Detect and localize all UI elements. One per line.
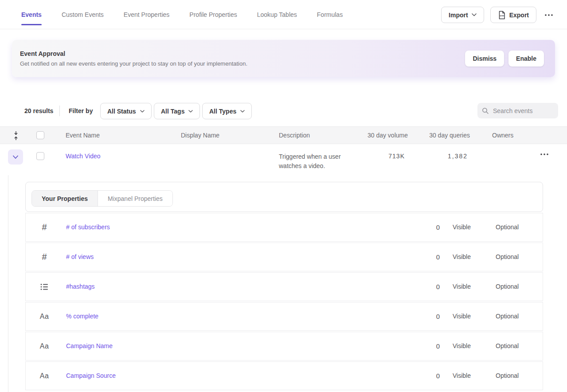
properties-tab-switcher: Your Properties Mixpanel Properties bbox=[31, 190, 173, 207]
chevron-down-icon bbox=[12, 155, 19, 159]
event-queries: 1,382 bbox=[448, 153, 468, 160]
property-visibility: Visible bbox=[453, 243, 471, 271]
tags-filter-dropdown[interactable]: All Tags bbox=[154, 103, 200, 119]
chevron-down-icon bbox=[472, 13, 477, 16]
svg-text:csv: csv bbox=[500, 14, 504, 17]
property-requirement: Optional bbox=[496, 213, 519, 241]
export-button-label: Export bbox=[509, 12, 529, 19]
select-all-checkbox[interactable] bbox=[36, 131, 44, 139]
property-requirement: Optional bbox=[496, 362, 519, 390]
tags-filter-label: All Tags bbox=[161, 108, 184, 115]
property-visibility: Visible bbox=[453, 302, 471, 330]
property-name-link[interactable]: #hashtags bbox=[66, 273, 95, 301]
column-header-owners: Owners bbox=[492, 127, 513, 144]
property-row: Aa % complete 0 Visible Optional bbox=[25, 302, 543, 331]
search-icon bbox=[482, 107, 489, 114]
property-requirement: Optional bbox=[496, 302, 519, 330]
number-icon: # bbox=[36, 213, 52, 241]
banner-title: Event Approval bbox=[20, 50, 247, 57]
tab-events-label: Events bbox=[21, 11, 42, 18]
property-name-link[interactable]: Campaign Source bbox=[66, 362, 116, 390]
divider bbox=[59, 106, 60, 116]
row-more-options-button[interactable] bbox=[537, 150, 551, 158]
filter-by-label: Filter by bbox=[69, 103, 93, 119]
property-name-link[interactable]: % complete bbox=[66, 302, 98, 330]
nav-tabs: Events Custom Events Event Properties Pr… bbox=[21, 0, 363, 29]
tab-lookup-tables[interactable]: Lookup Tables bbox=[257, 0, 297, 29]
types-filter-dropdown[interactable]: All Types bbox=[202, 103, 252, 119]
tab-mixpanel-properties[interactable]: Mixpanel Properties bbox=[98, 191, 172, 206]
collapse-all-button[interactable] bbox=[12, 131, 20, 141]
text-icon: Aa bbox=[36, 362, 52, 390]
row-checkbox[interactable] bbox=[36, 152, 44, 160]
property-requirement: Optional bbox=[496, 243, 519, 271]
import-button[interactable]: Import bbox=[441, 7, 484, 23]
more-options-button[interactable] bbox=[543, 11, 555, 19]
property-visibility: Visible bbox=[453, 213, 471, 241]
tab-profile-properties[interactable]: Profile Properties bbox=[189, 0, 237, 29]
event-row-watch-video: Watch Video Triggered when a user watche… bbox=[0, 144, 567, 175]
column-header-description: Description bbox=[279, 127, 310, 144]
properties-tabs-card: Your Properties Mixpanel Properties bbox=[25, 182, 543, 212]
column-header-30-day-volume: 30 day volume bbox=[368, 127, 408, 144]
collapse-rows-icon bbox=[13, 131, 19, 141]
tab-lookup-tables-label: Lookup Tables bbox=[257, 11, 297, 18]
tab-event-properties-label: Event Properties bbox=[124, 11, 170, 18]
events-table-header: Event Name Display Name Description 30 d… bbox=[0, 126, 567, 144]
property-row: #hashtags 0 Visible Optional bbox=[25, 272, 543, 301]
collapse-row-button[interactable] bbox=[8, 149, 23, 165]
tab-formulas-label: Formulas bbox=[317, 11, 343, 18]
topnav-actions: Import csv Export bbox=[441, 7, 555, 23]
status-filter-dropdown[interactable]: All Status bbox=[100, 103, 152, 119]
csv-file-icon: csv bbox=[498, 11, 506, 20]
event-description: Triggered when a user watches a video. bbox=[279, 152, 350, 171]
property-row: # # of views 0 Visible Optional bbox=[25, 243, 543, 271]
property-name-link[interactable]: # of views bbox=[66, 243, 94, 271]
property-value: 0 bbox=[413, 302, 440, 330]
property-name-link[interactable]: # of subscribers bbox=[66, 213, 110, 241]
status-filter-label: All Status bbox=[107, 108, 136, 115]
tab-formulas[interactable]: Formulas bbox=[317, 0, 343, 29]
tab-custom-events[interactable]: Custom Events bbox=[62, 0, 104, 29]
event-properties-panel: Your Properties Mixpanel Properties # # … bbox=[25, 182, 543, 390]
tab-events[interactable]: Events bbox=[21, 0, 42, 29]
banner-description: Get notified on all new events entering … bbox=[20, 60, 247, 67]
column-header-display-name: Display Name bbox=[181, 127, 219, 144]
expanded-row-guide-line bbox=[8, 175, 8, 392]
results-count: 20 results bbox=[24, 103, 53, 119]
property-value: 0 bbox=[413, 362, 440, 390]
tab-event-properties[interactable]: Event Properties bbox=[124, 0, 170, 29]
number-icon: # bbox=[36, 243, 52, 271]
enable-button[interactable]: Enable bbox=[508, 51, 544, 67]
property-visibility: Visible bbox=[453, 362, 471, 390]
property-row: Aa Campaign Source 0 Visible Optional bbox=[25, 361, 543, 390]
import-button-label: Import bbox=[449, 12, 468, 19]
property-value: 0 bbox=[413, 332, 440, 360]
text-icon: Aa bbox=[36, 302, 52, 330]
column-header-30-day-queries: 30 day queries bbox=[429, 127, 470, 144]
property-visibility: Visible bbox=[453, 332, 471, 360]
property-visibility: Visible bbox=[453, 273, 471, 301]
text-icon: Aa bbox=[36, 332, 52, 360]
search-box bbox=[477, 103, 558, 118]
list-icon bbox=[36, 273, 52, 301]
property-row: Aa Campaign Name 0 Visible Optional bbox=[25, 332, 543, 361]
property-name-link[interactable]: Campaign Name bbox=[66, 332, 113, 360]
tab-profile-properties-label: Profile Properties bbox=[189, 11, 237, 18]
tab-your-properties[interactable]: Your Properties bbox=[32, 191, 98, 206]
types-filter-label: All Types bbox=[209, 108, 236, 115]
event-volume: 713K bbox=[388, 153, 405, 160]
lexicon-events-page: Events Custom Events Event Properties Pr… bbox=[0, 0, 567, 392]
dismiss-button[interactable]: Dismiss bbox=[465, 51, 504, 67]
property-requirement: Optional bbox=[496, 332, 519, 360]
property-requirement: Optional bbox=[496, 273, 519, 301]
export-button[interactable]: csv Export bbox=[490, 7, 536, 23]
banner-text: Event Approval Get notified on all new e… bbox=[20, 50, 247, 67]
search-input[interactable] bbox=[493, 107, 551, 114]
property-value: 0 bbox=[413, 213, 440, 241]
event-approval-banner: Event Approval Get notified on all new e… bbox=[12, 40, 555, 77]
event-name-link[interactable]: Watch Video bbox=[66, 153, 101, 160]
column-header-event-name: Event Name bbox=[66, 127, 100, 144]
property-value: 0 bbox=[413, 243, 440, 271]
top-nav: Events Custom Events Event Properties Pr… bbox=[0, 0, 567, 29]
